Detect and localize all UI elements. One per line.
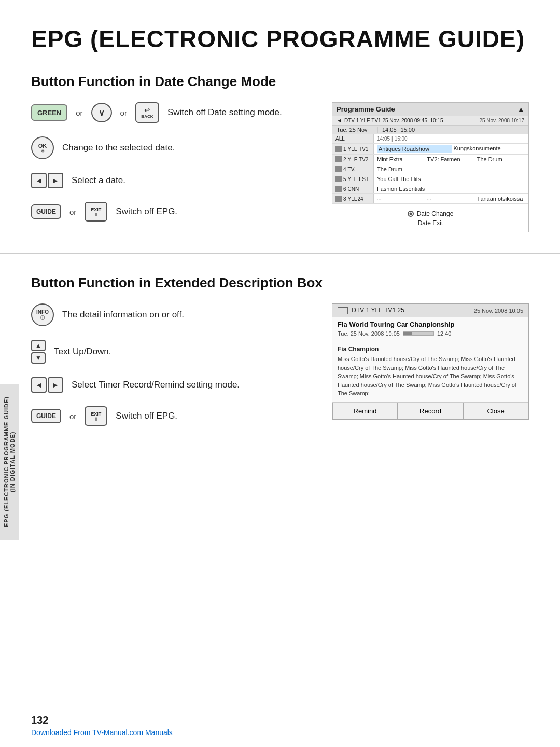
guide-date-exit: Date Exit — [332, 219, 528, 230]
ch8-show2: ... — [427, 196, 475, 202]
guide-nav-left[interactable]: ◄ — [337, 117, 342, 123]
ch2-show2: TV2: Farmen — [427, 156, 475, 162]
guide-up-arrow[interactable]: ▲ — [517, 105, 524, 113]
btn-left[interactable]: ◄ — [31, 173, 47, 188]
btn-exit-1[interactable]: EXIT ▮ — [85, 202, 107, 222]
time-slot-2: 15:00 — [401, 127, 415, 133]
ch5-icon — [335, 176, 342, 182]
or-3: or — [69, 208, 76, 216]
ext-ch-icon: — — [338, 307, 348, 314]
s2-btn-left[interactable]: ◄ — [31, 377, 47, 393]
btn-down[interactable]: ▼ — [31, 352, 46, 364]
s2-row4-text: Switch off EPG. — [116, 411, 177, 421]
guide-header: ◄ DTV 1 YLE TV1 25 Nov. 2008 09:45–10:15… — [332, 116, 528, 126]
guide-row-ch8: 8 YLE24 ... ... Tänään otsikoissa — [332, 194, 528, 204]
btn-up[interactable]: ▲ — [31, 340, 46, 351]
s2-button-row-3: ◄ ► Select Timer Record/Remind setting m… — [31, 377, 311, 393]
guide-footer: Date Change Date Exit — [332, 204, 528, 232]
ch6-num: 6 — [343, 186, 346, 192]
ch4-num: 4 — [343, 167, 346, 172]
btn-guide-2[interactable]: GUIDE — [31, 409, 61, 423]
page-title: EPG (ELECTRONIC PROGRAMME GUIDE) — [0, 0, 560, 63]
guide-title-bar: Programme Guide ▲ — [332, 103, 528, 116]
ext-time: Tue. 25 Nov. 2008 10:05 12:40 — [332, 329, 528, 339]
side-label: EPG (ELECTRONIC PROGRAMME GUIDE)(IN DIGI… — [0, 384, 19, 540]
btn-exit-2[interactable]: EXIT ▮ — [85, 406, 107, 426]
ext-channel-info: — DTV 1 YLE TV1 25 — [338, 307, 404, 314]
button-row-3: ◄ ► Select a date. — [31, 173, 311, 188]
progress-fill — [403, 332, 412, 335]
btn-remind[interactable]: Remind — [332, 403, 398, 420]
ch1-fullname: YLE TV1 — [348, 146, 369, 152]
ch8-show1: ... — [377, 196, 425, 202]
btn-guide-1[interactable]: GUIDE — [31, 204, 61, 219]
ch6-show1: Fashion Essentials — [377, 186, 525, 192]
s2-lr-arrows: ◄ ► — [31, 377, 63, 393]
programme-guide-box: Programme Guide ▲ ◄ DTV 1 YLE TV1 25 Nov… — [332, 102, 529, 232]
guide-row-ch2: 2 YLE TV2 Mint Extra TV2: Farmen The Dru… — [332, 155, 528, 164]
back-label: BACK — [141, 114, 153, 119]
ch5-name: YLE FST — [348, 176, 369, 182]
btn-close[interactable]: Close — [463, 403, 528, 420]
ext-date: 25 Nov. 2008 10:05 — [474, 308, 523, 314]
exit-icon: ▮ — [95, 212, 97, 217]
guide-channel-header: Tue. 25 Nov 14:05 15:00 — [332, 126, 528, 134]
btn-record[interactable]: Record — [398, 403, 463, 420]
info-label: INFO — [36, 309, 49, 315]
lr-arrows: ◄ ► — [31, 173, 63, 188]
guide-all-slot3: 15:00 — [395, 136, 408, 142]
s2-btn-right[interactable]: ► — [48, 377, 63, 393]
ch5-num: 5 — [343, 176, 346, 182]
ext-action-buttons: Remind Record Close — [332, 402, 528, 420]
page-divider — [0, 253, 560, 254]
button-row-2: OK ✱ Change to the selected date. — [31, 136, 311, 159]
guide-all-content: 14:05 | 15:00 — [374, 134, 528, 143]
guide-all-label: ALL — [332, 134, 374, 143]
time-slot-1: 14:05 — [382, 127, 397, 133]
ch1-name: 1 — [343, 146, 346, 152]
ch1-show2: Kungskonsumente — [454, 145, 526, 153]
section1-title: Button Function in Date Change Mode — [0, 63, 560, 102]
btn-ok[interactable]: OK ✱ — [31, 136, 54, 159]
download-link[interactable]: Downloaded From TV-Manual.com Manuals — [31, 728, 173, 737]
s2-button-row-1: INFO ⓘ The detail information on or off. — [31, 303, 311, 326]
ext-content-body: Miss Gotto's Haunted house/Cry of The Sw… — [332, 354, 528, 402]
ch1-show1: Antiques Roadshow — [377, 145, 452, 153]
guide-title: Programme Guide — [337, 105, 395, 113]
btn-up-down: ▲ ▼ — [31, 340, 46, 364]
row4-text: Switch off EPG. — [116, 206, 177, 217]
ch5-show1: You Call The Hits — [377, 176, 525, 182]
btn-down-arrow[interactable]: ∨ — [91, 103, 112, 122]
section2-title: Button Function in Extended Description … — [0, 265, 560, 303]
info-sub: ⓘ — [40, 315, 45, 321]
ext-program-title: Fia World Touring Car Chanpionship — [332, 317, 528, 329]
s2-exit-icon: ▮ — [95, 417, 97, 421]
guide-current-channel: DTV 1 YLE TV1 25 Nov. 2008 09:45–10:15 — [344, 118, 443, 123]
s2-row3-text: Select Timer Record/Remind setting mode. — [72, 380, 240, 390]
guide-time-slots: 14:05 15:00 — [378, 127, 524, 133]
btn-right[interactable]: ► — [48, 173, 63, 188]
side-label-text: EPG (ELECTRONIC PROGRAMME GUIDE)(IN DIGI… — [3, 396, 16, 527]
ch2-icon — [335, 156, 342, 162]
ch4-show1: The Drum — [377, 166, 525, 172]
ext-content-title: Fia Champion — [332, 343, 528, 354]
ch8-icon — [335, 196, 342, 202]
ch1-icon — [335, 146, 342, 152]
button-list-section1: GREEN or ∨ or ↩ BACK Switch off Date set… — [31, 102, 311, 222]
section1-content: GREEN or ∨ or ↩ BACK Switch off Date set… — [0, 102, 560, 232]
guide-row-ch6: 6 CNN Fashion Essentials — [332, 184, 528, 194]
btn-green[interactable]: GREEN — [31, 104, 67, 121]
section2-content: INFO ⓘ The detail information on or off.… — [0, 303, 560, 426]
ch2-name: YLE TV2 — [348, 157, 369, 162]
ext-separator — [332, 341, 528, 341]
s2-row2-text: Text Up/Down. — [54, 347, 111, 357]
back-arrow-icon: ↩ — [144, 106, 150, 114]
row1-text: Switch off Date setting mode. — [167, 107, 282, 118]
btn-info[interactable]: INFO ⓘ — [31, 303, 54, 326]
ch2-num: 2 — [343, 157, 346, 162]
ch4-name: TV. — [348, 167, 356, 172]
ch2-show3: The Drum — [477, 156, 525, 162]
s2-or: or — [69, 412, 76, 421]
s2-button-row-4: GUIDE or EXIT ▮ Switch off EPG. — [31, 406, 311, 426]
btn-back[interactable]: ↩ BACK — [135, 102, 159, 123]
